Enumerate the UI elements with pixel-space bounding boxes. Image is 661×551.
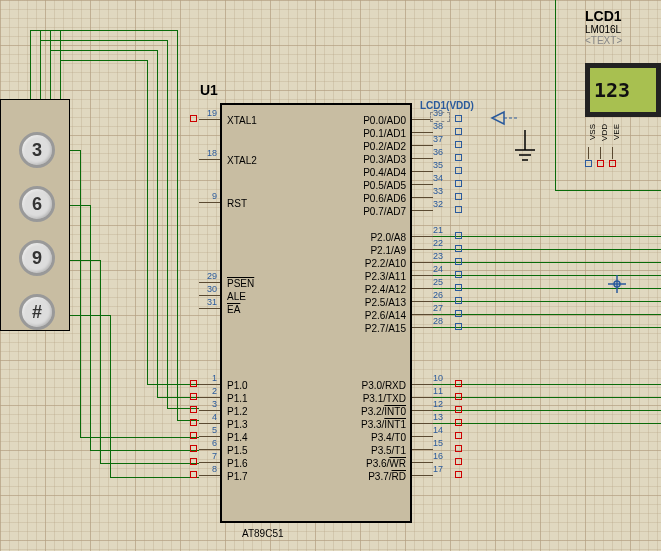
pin-stub (199, 475, 220, 476)
pin-stub (199, 202, 220, 203)
pin-stub (199, 119, 220, 120)
pin-num: 6 (199, 438, 217, 448)
terminal-marker (455, 206, 462, 213)
terminal-marker (190, 406, 197, 413)
terminal-marker (190, 445, 197, 452)
terminal-marker (455, 232, 462, 239)
lcd-placeholder: <TEXT> (585, 35, 661, 46)
pin-stub (412, 210, 433, 211)
wire (433, 327, 661, 328)
keypad-key-3[interactable]: 3 (19, 132, 55, 168)
lcd-pin-vss: VSS (588, 124, 597, 140)
pin-psen: PSEN (227, 278, 254, 289)
lcd-part: LM016L (585, 24, 661, 35)
pin-p10: P1.0 (227, 380, 248, 391)
terminal-marker (190, 458, 197, 465)
pin-stub (199, 384, 220, 385)
pin-stub (412, 436, 433, 437)
pin-stub (412, 397, 433, 398)
pin-stub (412, 249, 433, 250)
pin-num: 34 (433, 173, 443, 183)
pin-num: 32 (433, 199, 443, 209)
pin-stub (412, 384, 433, 385)
pin-num: 33 (433, 186, 443, 196)
pin-stub (588, 147, 589, 159)
terminal-marker (455, 180, 462, 187)
pin-rst: RST (227, 198, 247, 209)
pin-p16: P1.6 (227, 458, 248, 469)
pin-label: P2.7/A15 (350, 323, 406, 334)
pin-stub (412, 171, 433, 172)
terminal-marker (455, 323, 462, 330)
pin-stub (412, 132, 433, 133)
probe-icon[interactable] (490, 108, 520, 131)
pin-stub (412, 301, 433, 302)
pin-stub (199, 397, 220, 398)
pin-stub (412, 462, 433, 463)
wire (433, 301, 661, 302)
terminal-marker (190, 419, 197, 426)
pin-stub (412, 449, 433, 450)
pin-num: 23 (433, 251, 443, 261)
terminal-marker (455, 432, 462, 439)
pin-num: 37 (433, 134, 443, 144)
pin-label: P0.5/AD5 (350, 180, 406, 191)
keypad-key-6[interactable]: 6 (19, 186, 55, 222)
pin-stub (412, 197, 433, 198)
keypad-key-hash[interactable]: # (19, 294, 55, 330)
pin-num: 24 (433, 264, 443, 274)
wire (433, 288, 661, 289)
wire (555, 190, 661, 191)
wire (147, 60, 148, 384)
lcd-pin-vee: VEE (612, 124, 621, 140)
pin-num: 5 (199, 425, 217, 435)
pin-stub (412, 262, 433, 263)
pin-stub (199, 159, 220, 160)
pin-num: 25 (433, 277, 443, 287)
pin-ea: EA (227, 304, 240, 315)
wire (433, 249, 661, 250)
terminal-marker (190, 115, 197, 122)
pin-p13: P1.3 (227, 419, 248, 430)
pin-stub (199, 410, 220, 411)
wire (167, 40, 168, 408)
terminal-marker (609, 160, 616, 167)
wire (70, 260, 100, 261)
pin-stub (199, 423, 220, 424)
cursor-crosshair-icon (608, 275, 626, 297)
wire (60, 60, 148, 61)
pin-num: 18 (199, 148, 217, 158)
pin-label: P0.0/AD0 (350, 115, 406, 126)
pin-ale: ALE (227, 291, 246, 302)
terminal-marker (455, 141, 462, 148)
terminal-marker (455, 271, 462, 278)
wire (30, 30, 31, 99)
wire (433, 423, 661, 424)
pin-num: 27 (433, 303, 443, 313)
pin-stub (412, 475, 433, 476)
terminal-marker (455, 258, 462, 265)
terminal-marker (455, 297, 462, 304)
wire (177, 30, 178, 420)
pin-label: P0.2/AD2 (350, 141, 406, 152)
pin-num: 22 (433, 238, 443, 248)
pin-stub (199, 436, 220, 437)
terminal-marker (455, 445, 462, 452)
terminal-marker (455, 154, 462, 161)
lcd-ref: LCD1 (585, 8, 661, 24)
pin-num: 35 (433, 160, 443, 170)
pin-num: 28 (433, 316, 443, 326)
wire (433, 262, 661, 263)
wire (80, 150, 81, 438)
pin-label: P3.0/RXD (350, 380, 406, 391)
pin-stub (199, 308, 220, 309)
pin-label: P3.3/INT1 (350, 419, 406, 430)
pin-stub (412, 423, 433, 424)
pin-p15: P1.5 (227, 445, 248, 456)
pin-num: 14 (433, 425, 443, 435)
terminal-marker (455, 245, 462, 252)
pin-stub (412, 184, 433, 185)
keypad-key-9[interactable]: 9 (19, 240, 55, 276)
pin-num: 7 (199, 451, 217, 461)
wire (30, 30, 178, 31)
